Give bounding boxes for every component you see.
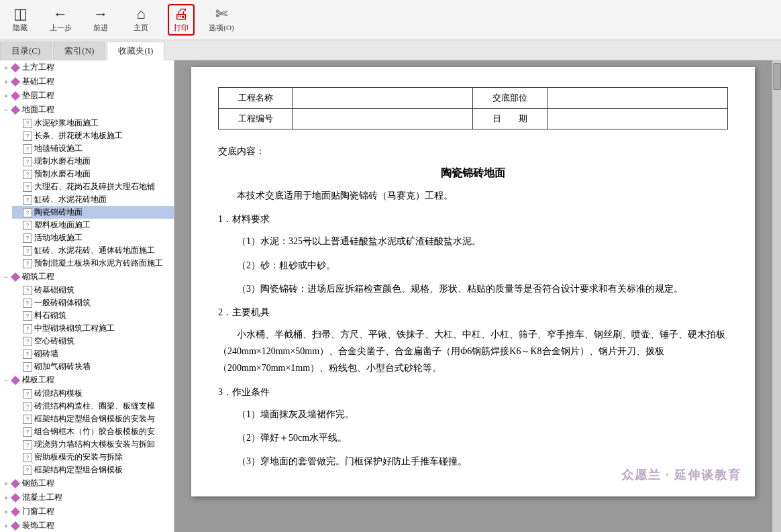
leaf-label: 陶瓷锦砖地面 — [34, 207, 83, 218]
sidebar-item-marble[interactable]: ? 大理石、花岗石及碎拼大理石地铺 — [12, 180, 174, 193]
sidebar-item-cushion[interactable]: ＋ 垫层工程 — [0, 89, 174, 103]
sidebar-item-masonry[interactable]: － 砌筑工程 — [0, 270, 174, 284]
hide-button[interactable]: ◫ 隐藏 — [7, 7, 34, 33]
field-value-project-number — [293, 109, 473, 129]
sidebar-item-fw5[interactable]: ? 现浇剪力墙结构大模板安装与拆卸 — [12, 438, 174, 451]
sidebar-item-fw2[interactable]: ? 砖混结构构造柱、圈梁、板缝支模 — [12, 400, 174, 413]
sidebar-item-brick-floor[interactable]: ? 缸砖、水泥花砖地面 — [12, 193, 174, 206]
group-label: 土方工程 — [22, 62, 54, 73]
tab-index[interactable]: 索引(N) — [53, 42, 105, 60]
forward-label: 前进 — [93, 23, 108, 33]
tab-contents[interactable]: 目录(C) — [0, 42, 52, 60]
sidebar-item-fw1[interactable]: ? 砖混结构模板 — [12, 387, 174, 400]
sidebar-item-formwork[interactable]: － 模板工程 — [0, 373, 174, 387]
leaf-label: 大理石、花岗石及碎拼大理石地铺 — [34, 181, 155, 193]
print-icon: 🖨 — [174, 7, 189, 21]
sidebar-item-full-body-tile[interactable]: ? 缸砖、水泥花砖、通体砖地面施工 — [12, 244, 174, 257]
sidebar-item-prefab-terrazzo[interactable]: ? 预制水磨石地面 — [12, 168, 174, 180]
group-icon — [11, 507, 20, 516]
sidebar-item-m3[interactable]: ? 料石砌筑 — [12, 309, 174, 322]
scrollbar[interactable] — [772, 60, 781, 532]
leaf-label: 现浇剪力墙结构大模板安装与拆卸 — [34, 439, 155, 450]
leaf-icon: ? — [23, 362, 32, 372]
leaf-label: 长条、拼花硬木地板施工 — [34, 130, 123, 142]
para-cond1: （1）墙面抹灰及墙裙作完。 — [218, 406, 728, 423]
sidebar-item-m6[interactable]: ? 砌砖墙 — [12, 348, 174, 360]
leaf-label: 塑料板地面施工 — [34, 219, 91, 231]
sidebar: ＋ 土方工程 ＋ 基础工程 ＋ 垫层工程 － 地面工程 — [0, 60, 174, 532]
sidebar-item-raised-floor[interactable]: ? 活动地板施工 — [12, 231, 174, 244]
sidebar-item-fw3[interactable]: ? 框架结构定型组合钢模板的安装与 — [12, 413, 174, 425]
options-button[interactable]: ✄ 选项(O) — [208, 7, 235, 33]
tree-group-concrete: ＋ 混凝土工程 — [0, 490, 174, 504]
tab-favorites[interactable]: 收藏夹(I) — [107, 42, 164, 60]
sidebar-item-fw7[interactable]: ? 框架结构定型组合钢模板 — [12, 464, 174, 476]
forward-button[interactable]: → 前进 — [87, 7, 114, 33]
leaf-icon: ? — [23, 170, 32, 179]
leaf-icon: ? — [23, 402, 32, 411]
para-sand: （2）砂：粗砂或中砂。 — [218, 257, 728, 274]
group-icon — [11, 375, 20, 384]
sidebar-item-plastic-floor[interactable]: ? 塑料板地面施工 — [12, 219, 174, 231]
formwork-children: ? 砖混结构模板 ? 砖混结构构造柱、圈梁、板缝支模 ? 框架结构定型组合钢模板… — [0, 387, 174, 476]
back-label: 上一步 — [50, 23, 72, 33]
sidebar-item-concrete-block[interactable]: ? 预制混凝土板块和水泥方砖路面施工 — [12, 257, 174, 270]
leaf-icon: ? — [23, 259, 32, 268]
leaf-icon: ? — [23, 299, 32, 308]
sidebar-item-m7[interactable]: ? 砌加气砌砖块墙 — [12, 360, 174, 373]
group-icon — [11, 272, 20, 281]
leaf-label: 预制水磨石地面 — [34, 168, 91, 180]
sidebar-item-earthwork[interactable]: ＋ 土方工程 — [0, 60, 174, 74]
field-value-area — [547, 88, 727, 109]
leaf-icon: ? — [23, 144, 32, 154]
para-tile: （3）陶瓷锦砖：进场后应拆箱检查颜色、规格、形状、粘贴的质量等是否符合设计要求和… — [218, 280, 728, 297]
masonry-children: ? 砖基础砌筑 ? 一般砖砌体砌筑 ? 料石砌筑 ? 中型砌块砌筑工程施工 ? — [0, 284, 174, 373]
leaf-icon: ? — [23, 157, 32, 166]
group-icon — [11, 105, 20, 114]
leaf-label: 水泥砂浆地面施工 — [34, 117, 99, 129]
sidebar-item-m1[interactable]: ? 砖基础砌筑 — [12, 284, 174, 297]
back-button[interactable]: ← 上一步 — [47, 7, 74, 33]
sidebar-item-wood-floor[interactable]: ? 长条、拼花硬木地板施工 — [12, 129, 174, 142]
group-icon — [11, 76, 20, 86]
sidebar-item-concrete[interactable]: ＋ 混凝土工程 — [0, 490, 174, 504]
sidebar-item-door-window[interactable]: ＋ 门窗工程 — [0, 504, 174, 519]
leaf-label: 框架结构定型组合钢模板的安装与 — [34, 413, 155, 425]
leaf-label: 缸砖、水泥花砖地面 — [34, 194, 107, 205]
group-label: 砌筑工程 — [22, 271, 54, 282]
group-label: 垫层工程 — [22, 90, 54, 101]
leaf-label: 砖混结构模板 — [34, 388, 83, 399]
sidebar-item-floor[interactable]: － 地面工程 — [0, 103, 174, 117]
sidebar-item-foundation[interactable]: ＋ 基础工程 — [0, 74, 174, 89]
sidebar-item-terrazzo[interactable]: ? 现制水磨石地面 — [12, 155, 174, 168]
home-label: 主页 — [134, 23, 148, 33]
leaf-label: 组合钢框木（竹）胶合板模板的安 — [34, 426, 155, 437]
sidebar-item-decoration[interactable]: ＋ 装饰工程 — [0, 519, 174, 532]
sidebar-item-m4[interactable]: ? 中型砌块砌筑工程施工 — [12, 322, 174, 335]
group-label: 基础工程 — [22, 76, 54, 87]
field-value-date — [547, 109, 727, 129]
options-icon: ✄ — [215, 7, 227, 21]
group-icon — [11, 91, 20, 100]
leaf-icon: ? — [23, 208, 32, 217]
sidebar-item-mosaic[interactable]: ? 陶瓷锦砖地面 — [12, 206, 174, 219]
home-button[interactable]: ⌂ 主页 — [127, 7, 154, 33]
leaf-label: 框架结构定型组合钢模板 — [34, 464, 123, 476]
sidebar-item-carpet[interactable]: ? 地毯铺设施工 — [12, 142, 174, 155]
sidebar-item-fw4[interactable]: ? 组合钢框木（竹）胶合板模板的安 — [12, 425, 174, 438]
sidebar-item-fw6[interactable]: ? 密助板模壳的安装与拆除 — [12, 451, 174, 464]
leaf-label: 现制水磨石地面 — [34, 156, 91, 167]
leaf-label: 预制混凝土板块和水泥方砖路面施工 — [34, 258, 163, 269]
toolbar: ◫ 隐藏 ← 上一步 → 前进 ⌂ 主页 🖨 打印 ✄ 选项(O) — [0, 0, 781, 40]
sidebar-item-m5[interactable]: ? 空心砖砌筑 — [12, 335, 174, 348]
field-label-project-name: 工程名称 — [219, 88, 293, 109]
sidebar-item-rebar[interactable]: ＋ 钢筋工程 — [0, 476, 174, 490]
leaf-label: 缸砖、水泥花砖、通体砖地面施工 — [34, 245, 155, 256]
sidebar-item-cement-floor[interactable]: ? 水泥砂浆地面施工 — [12, 117, 174, 129]
print-button[interactable]: 🖨 打印 — [168, 4, 195, 36]
sidebar-item-m2[interactable]: ? 一般砖砌体砌筑 — [12, 297, 174, 309]
scrollbar-thumb[interactable] — [773, 63, 781, 90]
forward-icon: → — [93, 7, 108, 21]
leaf-label: 密助板模壳的安装与拆除 — [34, 451, 123, 463]
field-value-project-name — [293, 88, 473, 109]
